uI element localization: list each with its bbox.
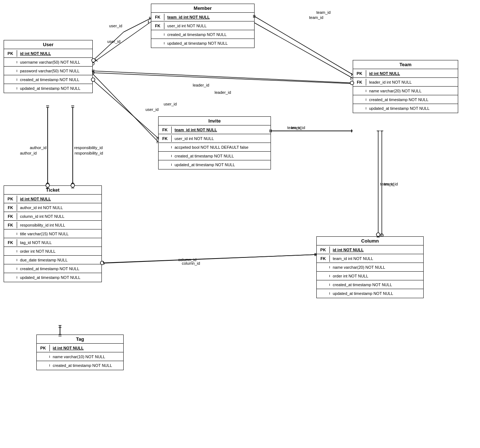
table-row: FK author_id int NOT NULL bbox=[4, 203, 101, 212]
table-row: name varchar(20) NOT NULL bbox=[317, 263, 423, 272]
key-cell: FK bbox=[4, 213, 17, 220]
table-row: created_at timestamp NOT NULL bbox=[159, 152, 271, 160]
field-cell: id int NOT NULL bbox=[50, 345, 87, 351]
table-row: PK id int NOT NULL bbox=[37, 344, 123, 352]
field-cell: created_at timestamp NOT NULL bbox=[50, 362, 115, 369]
conn-label-team-id-invite: team_id bbox=[287, 125, 301, 130]
table-member-header: Member bbox=[151, 4, 254, 13]
field-cell: updated_at timestamp NOT NULL bbox=[172, 161, 238, 168]
key-cell bbox=[4, 250, 17, 252]
table-row: updated_at timestamp NOT NULL bbox=[159, 160, 271, 169]
conn-label-author-id: author_id bbox=[20, 151, 37, 155]
field-cell: updated_at timestamp NOT NULL bbox=[17, 85, 83, 92]
table-row: FK team_id int NOT NULL bbox=[151, 13, 254, 21]
key-cell bbox=[353, 90, 366, 92]
table-tag: Tag PK id int NOT NULL name varchar(10) … bbox=[36, 335, 124, 370]
key-cell bbox=[317, 275, 330, 277]
table-row: updated_at timestamp NOT NULL bbox=[353, 104, 458, 113]
key-cell bbox=[353, 99, 366, 101]
key-cell bbox=[4, 61, 17, 63]
table-row: FK user_id int NOT NULL bbox=[151, 21, 254, 30]
key-cell: PK bbox=[4, 50, 17, 57]
field-cell: created_at timestamp NOT NULL bbox=[330, 281, 395, 288]
field-cell: created_at timestamp NOT NULL bbox=[172, 153, 237, 159]
field-cell: user_id int NOT NULL bbox=[164, 23, 209, 29]
conn-label-leader-id: leader_id bbox=[193, 83, 209, 87]
svg-line-33 bbox=[95, 59, 97, 61]
table-row: FK team_id int NOT NULL bbox=[317, 254, 423, 263]
key-cell bbox=[159, 155, 172, 157]
svg-line-40 bbox=[93, 71, 353, 83]
field-cell: order int NOT NULL bbox=[17, 248, 59, 255]
field-cell: name varchar(20) NOT NULL bbox=[366, 88, 424, 94]
field-cell: tag_id NOT NULL bbox=[17, 239, 55, 246]
field-cell: order int NOT NULL bbox=[330, 273, 371, 279]
key-cell bbox=[317, 292, 330, 295]
key-cell bbox=[317, 266, 330, 268]
conn-label-column-id: column_id bbox=[178, 257, 196, 262]
field-cell: created_at timestamp NOT NULL bbox=[17, 76, 82, 83]
key-cell: FK bbox=[353, 79, 366, 85]
table-user-header: User bbox=[4, 40, 92, 49]
table-row: created_at timestamp NOT NULL bbox=[151, 30, 254, 39]
table-ticket: Ticket PK id int NOT NULL FK author_id i… bbox=[4, 185, 102, 282]
table-row: accpeted bool NOT NULL DEFAULT false bbox=[159, 143, 271, 152]
conn-label-user-id: user_id bbox=[107, 39, 120, 44]
key-cell: PK bbox=[317, 247, 330, 253]
key-cell bbox=[37, 356, 50, 358]
label-user-id-member: user_id bbox=[109, 24, 122, 28]
field-cell: column_id int NOT NULL bbox=[17, 213, 67, 220]
svg-line-0 bbox=[92, 22, 151, 64]
svg-line-31 bbox=[124, 18, 151, 32]
table-column-header: Column bbox=[317, 237, 423, 245]
table-row: FK responsibility_id int NULL bbox=[4, 221, 101, 229]
field-cell: accpeted bool NOT NULL DEFAULT false bbox=[172, 144, 251, 151]
key-cell: FK bbox=[151, 23, 164, 29]
table-row: title varchar(15) NOT NULL bbox=[4, 229, 101, 238]
conn-label-team-id-col: team_id bbox=[380, 182, 394, 186]
label-leader-id: leader_id bbox=[215, 90, 231, 95]
svg-line-36 bbox=[255, 16, 353, 75]
table-row: username varchar(50) NOT NULL bbox=[4, 58, 92, 67]
key-cell bbox=[159, 164, 172, 166]
table-row: FK tag_id NOT NULL bbox=[4, 238, 101, 247]
field-cell: title varchar(15) NOT NULL bbox=[17, 231, 72, 237]
field-cell: id int NOT NULL bbox=[330, 247, 367, 253]
label-author-id: author_id bbox=[30, 145, 47, 150]
key-cell: PK bbox=[4, 196, 17, 202]
field-cell: responsibility_id int NULL bbox=[17, 222, 68, 228]
table-row: order int NOT NULL bbox=[317, 272, 423, 280]
table-row: due_date timestamp NULL bbox=[4, 256, 101, 264]
table-column: Column PK id int NOT NULL FK team_id int… bbox=[316, 236, 424, 298]
label-team-id-member: team_id bbox=[309, 15, 323, 20]
conn-label-resp-id: responsibility_id bbox=[75, 151, 103, 155]
table-row: name varchar(20) NOT NULL bbox=[353, 87, 458, 95]
key-cell bbox=[151, 33, 164, 36]
table-row: updated_at timestamp NOT NULL bbox=[317, 289, 423, 298]
field-cell: updated_at timestamp NOT NULL bbox=[17, 274, 83, 281]
table-row: PK id int NOT NULL bbox=[4, 195, 101, 203]
table-row: updated_at timestamp NOT NULL bbox=[4, 273, 101, 282]
diagram-container: user_id team_id leader_id user_id team_i… bbox=[0, 0, 480, 448]
field-cell: password varchar(50) NOT NULL bbox=[17, 68, 83, 74]
table-row: FK team_id int NOT NULL bbox=[159, 125, 271, 134]
field-cell: team_id int NOT NULL bbox=[330, 255, 376, 262]
table-invite-header: Invite bbox=[159, 117, 271, 125]
svg-line-60 bbox=[102, 255, 316, 263]
key-cell: FK bbox=[317, 255, 330, 262]
table-user: User PK id int NOT NULL username varchar… bbox=[4, 40, 93, 93]
table-row: created_at timestamp NOT NULL bbox=[353, 95, 458, 104]
table-row: updated_at timestamp NOT NULL bbox=[151, 39, 254, 48]
table-row: order int NOT NULL bbox=[4, 247, 101, 256]
field-cell: team_id int NOT NULL bbox=[172, 127, 220, 133]
svg-point-67 bbox=[376, 233, 380, 236]
key-cell bbox=[4, 79, 17, 81]
table-row: created_at timestamp NOT NULL bbox=[37, 361, 123, 370]
svg-line-12 bbox=[92, 73, 353, 84]
table-row: FK user_id int NOT NULL bbox=[159, 134, 271, 143]
field-cell: due_date timestamp NULL bbox=[17, 257, 71, 263]
key-cell bbox=[151, 42, 164, 44]
key-cell bbox=[353, 107, 366, 109]
key-cell bbox=[4, 70, 17, 72]
table-ticket-header: Ticket bbox=[4, 186, 101, 195]
